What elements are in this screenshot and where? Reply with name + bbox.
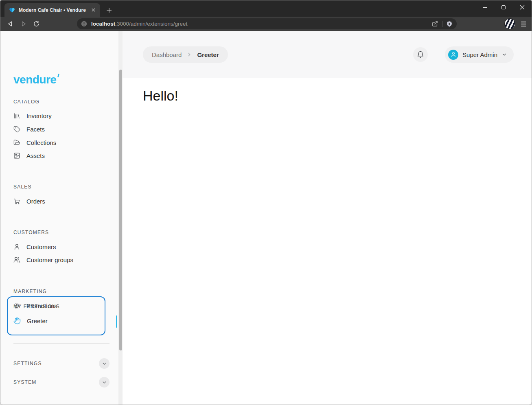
system-expand-button[interactable] xyxy=(99,377,109,387)
folder-open-icon xyxy=(13,139,20,146)
brave-shield-icon xyxy=(446,21,453,27)
main-area: Dashboard Greeter Super Admin Hello! xyxy=(123,31,532,405)
section-title-catalog: CATALOG xyxy=(13,99,39,105)
library-icon xyxy=(13,112,20,119)
vendure-admin-app: vendure CATALOG Inventory Facets Collect… xyxy=(0,31,532,405)
vendure-favicon-heart-icon xyxy=(9,7,15,13)
back-icon xyxy=(7,20,14,27)
forward-icon xyxy=(20,20,27,27)
section-title-sales: SALES xyxy=(13,184,32,190)
my-extensions-highlight-box xyxy=(7,296,105,335)
back-button[interactable] xyxy=(4,18,16,29)
share-button[interactable] xyxy=(431,20,438,27)
reload-button[interactable] xyxy=(31,18,42,29)
browser-tab-bar: Modern Cafe Chair • Vendure xyxy=(0,0,532,17)
browser-window: Modern Cafe Chair • Vendure xyxy=(0,0,532,405)
browser-profile-avatar[interactable] xyxy=(504,18,515,29)
sidebar-item-orders[interactable]: Orders xyxy=(13,198,45,205)
sidebar-item-inventory[interactable]: Inventory xyxy=(13,112,52,119)
vendure-logo[interactable]: vendure xyxy=(13,73,56,86)
chevron-right-icon xyxy=(186,52,192,57)
hand-icon xyxy=(13,317,21,324)
hamburger-icon xyxy=(521,22,526,22)
chevron-down-icon xyxy=(102,380,107,385)
sidebar-item-assets[interactable]: Assets xyxy=(13,152,45,159)
breadcrumb-dashboard[interactable]: Dashboard xyxy=(152,51,182,58)
cart-icon xyxy=(13,198,20,205)
sidebar-item-facets[interactable]: Facets xyxy=(13,126,45,133)
breadcrumb: Dashboard Greeter xyxy=(143,46,228,63)
url-path: :3000/admin/extensions/greet xyxy=(115,21,187,27)
site-info-icon[interactable] xyxy=(81,20,88,27)
breadcrumb-greeter[interactable]: Greeter xyxy=(197,51,219,58)
new-tab-icon[interactable] xyxy=(105,6,114,15)
image-icon xyxy=(13,152,20,159)
reload-icon xyxy=(33,20,40,27)
sidebar-group-settings[interactable]: SETTINGS xyxy=(13,358,109,369)
chevron-down-icon xyxy=(501,52,507,57)
sidebar-item-customers[interactable]: Customers xyxy=(13,243,56,250)
close-button[interactable] xyxy=(513,0,532,14)
section-title-my-extensions: MY EXTENSIONS xyxy=(13,304,60,309)
sidebar-item-label: Collections xyxy=(26,139,56,146)
tag-icon xyxy=(13,126,20,133)
sidebar-group-system[interactable]: SYSTEM xyxy=(13,377,109,387)
sidebar-item-label: Inventory xyxy=(26,112,52,119)
sidebar-item-label: Greeter xyxy=(27,317,48,324)
user-menu-button[interactable]: Super Admin xyxy=(445,46,514,63)
main-header: Dashboard Greeter Super Admin xyxy=(123,31,532,78)
active-nav-indicator xyxy=(116,315,118,328)
sidebar-item-label: Customer groups xyxy=(26,256,73,263)
section-title-system: SYSTEM xyxy=(13,379,37,385)
url-bar[interactable]: localhost:3000/admin/extensions/greet xyxy=(77,18,457,29)
brave-shield-button[interactable] xyxy=(446,21,453,27)
tab-close-icon[interactable] xyxy=(90,7,97,14)
sidebar-item-greeter[interactable]: Greeter xyxy=(13,317,48,324)
settings-expand-button[interactable] xyxy=(99,358,109,369)
url-text[interactable]: localhost:3000/admin/extensions/greet xyxy=(91,21,428,27)
sidebar-item-label: Facets xyxy=(26,126,45,133)
sidebar-item-label: Orders xyxy=(26,198,45,205)
greeting-heading: Hello! xyxy=(143,88,178,104)
url-host: localhost xyxy=(91,21,115,27)
tab-title: Modern Cafe Chair • Vendure xyxy=(19,7,86,13)
section-title-settings: SETTINGS xyxy=(13,361,42,366)
users-icon xyxy=(13,256,20,263)
maximize-icon xyxy=(501,5,506,9)
notifications-button[interactable] xyxy=(413,47,428,62)
sidebar-item-customer-groups[interactable]: Customer groups xyxy=(13,256,73,263)
sidebar-item-label: Assets xyxy=(26,152,45,159)
vendure-logo-text: vendure xyxy=(13,73,56,86)
user-name: Super Admin xyxy=(462,51,497,58)
sidebar-item-collections[interactable]: Collections xyxy=(13,139,56,146)
sidebar-item-label: Customers xyxy=(26,243,56,250)
window-controls xyxy=(475,0,532,14)
sidebar: vendure CATALOG Inventory Facets Collect… xyxy=(0,31,123,405)
browser-tab[interactable]: Modern Cafe Chair • Vendure xyxy=(4,3,100,17)
bell-icon xyxy=(417,51,424,58)
chevron-down-icon xyxy=(102,361,107,366)
user-icon xyxy=(13,243,20,250)
sidebar-scrollbar-thumb[interactable] xyxy=(119,70,122,350)
section-title-customers: CUSTOMERS xyxy=(13,230,49,235)
maximize-button[interactable] xyxy=(494,0,513,14)
minimize-button[interactable] xyxy=(475,0,494,14)
browser-menu-button[interactable] xyxy=(518,19,529,29)
section-title-marketing: MARKETING xyxy=(13,289,47,294)
url-separator xyxy=(442,21,442,27)
share-icon xyxy=(431,20,438,27)
user-icon xyxy=(451,52,456,57)
sidebar-divider xyxy=(13,343,109,344)
minimize-icon xyxy=(483,7,487,8)
close-icon xyxy=(520,5,525,10)
forward-button[interactable] xyxy=(18,18,29,29)
vendure-logo-tick xyxy=(57,74,59,77)
user-avatar xyxy=(448,50,458,60)
